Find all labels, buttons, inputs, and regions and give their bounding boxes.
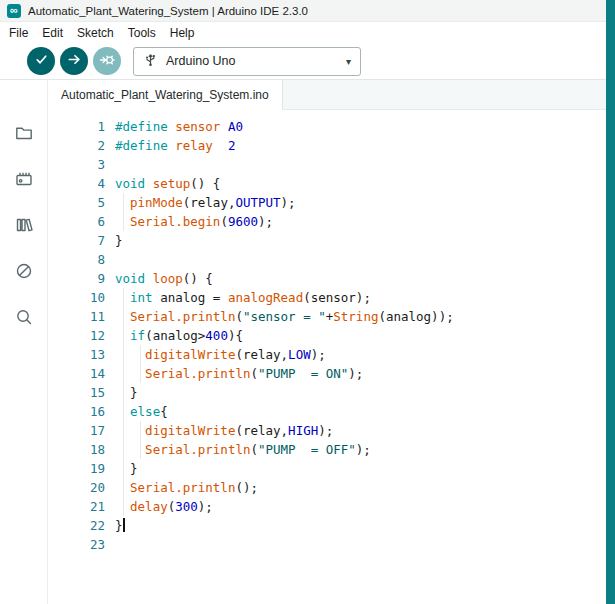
sidebar-item-boards-manager[interactable] (4, 157, 44, 203)
folder-icon (14, 123, 34, 146)
code-line-14[interactable]: Serial.println("PUMP = ON"); (115, 364, 615, 383)
code-line-2[interactable]: #define relay 2 (115, 136, 615, 155)
code-token: (relay, (183, 195, 236, 210)
menu-tools[interactable]: Tools (121, 24, 163, 42)
usb-icon (143, 52, 158, 71)
code-line-20[interactable]: Serial.println(); (115, 478, 615, 497)
line-number: 7 (48, 231, 105, 250)
line-number: 11 (48, 307, 105, 326)
tab-sketch-file[interactable]: Automatic_Plant_Watering_System.ino (48, 80, 283, 110)
code-token: ){ (228, 328, 243, 343)
sidebar-item-debugger[interactable] (4, 249, 44, 295)
code-token: ( (250, 442, 258, 457)
code-token: (relay, (235, 347, 288, 362)
code-token: ); (198, 499, 213, 514)
code-token: 300 (175, 499, 198, 514)
code-token: void (115, 176, 145, 191)
code-token (145, 176, 153, 191)
verify-button[interactable] (27, 47, 55, 75)
indent-guide (123, 421, 124, 440)
code-line-10[interactable]: int analog = analogRead(sensor); (115, 288, 615, 307)
code-token: ); (281, 195, 296, 210)
code-token: Serial.println (145, 442, 250, 457)
code-token: HIGH (288, 423, 318, 438)
arduino-ide-window: ∞ Automatic_Plant_Watering_System | Ardu… (0, 0, 615, 604)
code-line-7[interactable]: } (115, 231, 615, 250)
code-line-12[interactable]: if(analog>400){ (115, 326, 615, 345)
line-number: 16 (48, 402, 105, 421)
code-line-11[interactable]: Serial.println("sensor = "+String(analog… (115, 307, 615, 326)
menu-file[interactable]: File (2, 24, 35, 42)
board-selector-dropdown[interactable]: Arduino Uno ▾ (133, 47, 361, 76)
code-token: 9600 (228, 214, 258, 229)
code-line-16[interactable]: else{ (115, 402, 615, 421)
code-line-3[interactable] (115, 155, 615, 174)
code-token: setup (153, 176, 191, 191)
indent-guide (123, 326, 124, 345)
chevron-down-icon: ▾ (346, 56, 351, 67)
code-token: A0 (228, 119, 243, 134)
tab-bar: Automatic_Plant_Watering_System.ino (48, 80, 615, 110)
debug-icon (99, 52, 115, 71)
code-line-23[interactable] (115, 535, 615, 554)
code-editor[interactable]: 1234567891011121314151617181920212223 #d… (48, 110, 615, 604)
code-line-19[interactable]: } (115, 459, 615, 478)
code-token: ( (220, 214, 228, 229)
code-line-1[interactable]: #define sensor A0 (115, 117, 615, 136)
indent-guide (123, 478, 124, 497)
code-token: "sensor = " (243, 309, 326, 324)
code-line-21[interactable]: delay(300); (115, 497, 615, 516)
debug-button[interactable] (93, 47, 121, 75)
tab-label: Automatic_Plant_Watering_System.ino (61, 88, 269, 102)
code-token: (sensor); (303, 290, 371, 305)
menu-help[interactable]: Help (163, 24, 202, 42)
line-number: 12 (48, 326, 105, 345)
code-token: ( (250, 366, 258, 381)
menu-bar: File Edit Sketch Tools Help (0, 22, 615, 43)
indent-guide (123, 345, 124, 364)
code-token: { (160, 404, 168, 419)
code-token: String (333, 309, 378, 324)
menu-edit[interactable]: Edit (35, 24, 70, 42)
code-line-8[interactable] (115, 250, 615, 269)
code-line-9[interactable]: void loop() { (115, 269, 615, 288)
code-line-22[interactable]: } (115, 516, 615, 535)
code-token: analog = (153, 290, 228, 305)
indent-guide (123, 212, 124, 231)
sidebar-item-library-manager[interactable] (4, 203, 44, 249)
upload-button[interactable] (60, 47, 88, 75)
code-token: digitalWrite (145, 423, 235, 438)
editor-area: Automatic_Plant_Watering_System.ino 1234… (48, 80, 615, 604)
code-token: "PUMP = OFF" (258, 442, 356, 457)
code-token: Serial.println (145, 366, 250, 381)
code-line-5[interactable]: pinMode(relay,OUTPUT); (115, 193, 615, 212)
code-token: ); (356, 442, 371, 457)
line-number: 13 (48, 345, 105, 364)
code-line-17[interactable]: digitalWrite(relay,HIGH); (115, 421, 615, 440)
menu-sketch[interactable]: Sketch (70, 24, 121, 42)
code-token: (analog> (145, 328, 205, 343)
line-number: 22 (48, 516, 105, 535)
sidebar-item-sketchbook[interactable] (4, 111, 44, 157)
code-token: () { (190, 176, 220, 191)
code-token: Serial.begin (130, 214, 220, 229)
sidebar-item-search[interactable] (4, 295, 44, 341)
line-number: 18 (48, 440, 105, 459)
code-token: loop (153, 271, 183, 286)
indent-guide (123, 497, 124, 516)
board-icon (14, 169, 34, 192)
code-line-15[interactable]: } (115, 383, 615, 402)
line-number: 4 (48, 174, 105, 193)
code-token: digitalWrite (145, 347, 235, 362)
indent-guide (123, 459, 124, 478)
code-line-18[interactable]: Serial.println("PUMP = OFF"); (115, 440, 615, 459)
code-line-4[interactable]: void setup() { (115, 174, 615, 193)
indent-guide (140, 345, 141, 364)
window-edge-accent (606, 0, 615, 604)
code-line-13[interactable]: digitalWrite(relay,LOW); (115, 345, 615, 364)
code-token: ); (318, 423, 333, 438)
line-number: 21 (48, 497, 105, 516)
code-line-6[interactable]: Serial.begin(9600); (115, 212, 615, 231)
books-icon (14, 215, 34, 238)
arrow-right-icon (67, 52, 82, 70)
